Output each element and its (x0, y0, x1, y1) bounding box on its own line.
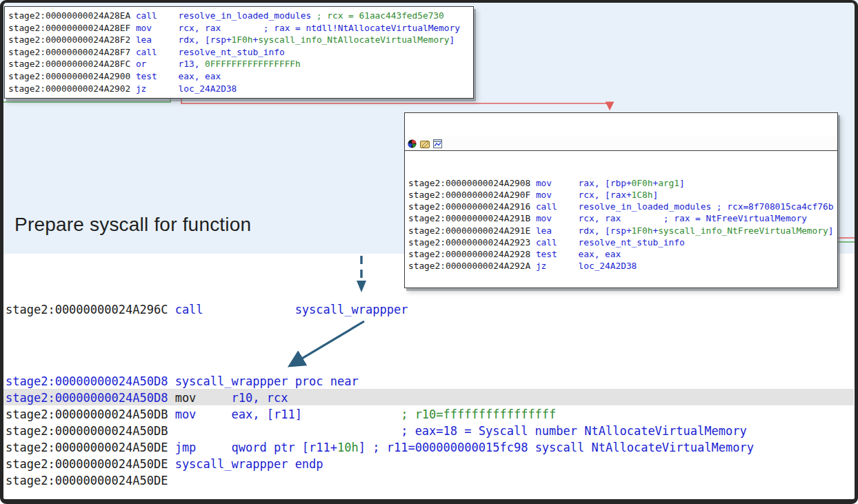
code-line: stage2:00000000024A290F mov rcx, [rax+1C… (408, 189, 837, 201)
code-line: stage2:00000000024A50D8 mov r10, rcx (6, 390, 754, 406)
edit-node-icon[interactable] (420, 139, 430, 148)
code-line: stage2:00000000024A28FC or r13, 0FFFFFFF… (8, 58, 473, 70)
code-line: stage2:00000000024A2928 test eax, eax (408, 248, 837, 260)
dashed-down-arrowhead (357, 281, 366, 292)
disassembly-block-2-body: stage2:00000000024A2908 mov rax, [rbp+0F… (405, 175, 837, 276)
code-line: stage2:00000000024A50D8 syscall_wrappper… (6, 373, 754, 390)
code-line: stage2:00000000024A291E lea rdx, [rsp+1F… (408, 225, 837, 236)
node-color-icon[interactable] (408, 139, 417, 148)
code-line: stage2:00000000024A2916 call resolve_in_… (408, 201, 837, 212)
code-line: stage2:00000000024A50DE jmp qword ptr [r… (6, 439, 754, 456)
syscall-wrapper-proc-listing: stage2:00000000024A50D8 syscall_wrappper… (6, 373, 754, 489)
code-line: stage2:00000000024A291B mov rcx, rax ; r… (408, 212, 837, 224)
code-line: stage2:00000000024A2923 call resolve_nt_… (408, 236, 837, 248)
code-line: stage2:00000000024A296C call syscall_wra… (6, 301, 408, 318)
call-syscall-wrapper-line: stage2:00000000024A296C call syscall_wra… (6, 301, 408, 318)
chart-icon[interactable] (433, 139, 442, 148)
code-line: stage2:00000000024A28EA call resolve_in_… (8, 10, 473, 22)
slide-canvas: { "palette": { "background_top": "#e8f1f… (0, 0, 858, 504)
code-line: stage2:00000000024A50DE syscall_wrappper… (6, 456, 754, 472)
graph-node-titlebar (405, 137, 837, 151)
disassembly-block-1: stage2:00000000024A28EA call resolve_in_… (4, 6, 474, 99)
code-line: stage2:00000000024A50DB mov eax, [r11] ;… (6, 406, 754, 423)
slide-caption: Prepare syscall for function (14, 214, 251, 236)
code-line: stage2:00000000024A28EF mov rcx, rax ; r… (8, 22, 473, 34)
code-line: stage2:00000000024A292A jz loc_24A2D38 (408, 260, 837, 272)
code-line: stage2:00000000024A28F2 lea rdx, [rsp+1F… (8, 34, 473, 46)
code-line: stage2:00000000024A2902 jz loc_24A2D38 (8, 83, 473, 95)
disassembly-block-2: stage2:00000000024A2908 mov rax, [rbp+0F… (404, 112, 838, 288)
code-line: stage2:00000000024A50DB ; eax=18 = Sysca… (6, 423, 754, 439)
call-to-proc-arrow (290, 321, 364, 365)
code-line: stage2:00000000024A2908 mov rax, [rbp+0F… (408, 177, 837, 189)
code-line: stage2:00000000024A28F7 call resolve_nt_… (8, 46, 473, 59)
code-line: stage2:00000000024A2900 test eax, eax (8, 70, 473, 83)
code-line: stage2:00000000024A50DE (6, 472, 754, 489)
